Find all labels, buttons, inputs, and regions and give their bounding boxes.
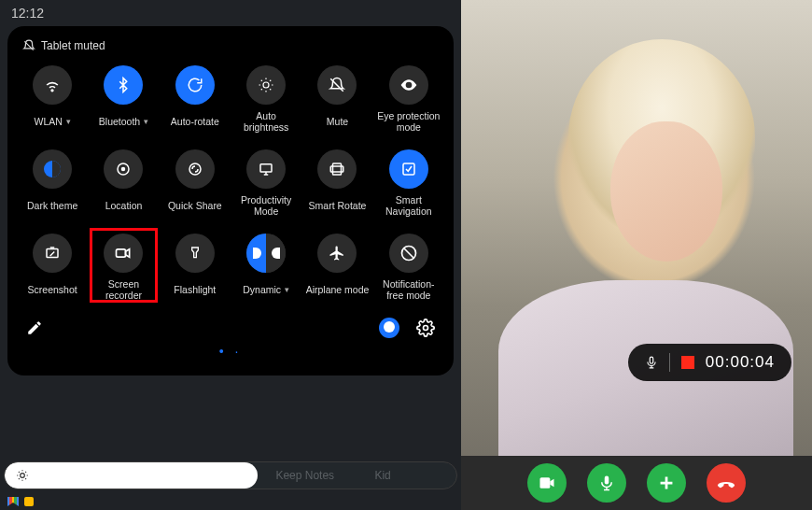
tile-location[interactable]: Location — [88, 149, 159, 217]
svg-point-5 — [122, 168, 125, 171]
edit-icon[interactable] — [26, 319, 43, 336]
recording-indicator[interactable]: 00:00:04 — [628, 344, 791, 381]
call-controls — [461, 456, 812, 510]
nav-strip — [0, 493, 461, 510]
tile-smartnavigation[interactable]: Smart Navigation — [373, 149, 444, 217]
chevron-down-icon[interactable]: ▾ — [144, 117, 148, 126]
tile-darktheme[interactable]: Dark theme — [17, 149, 88, 217]
svg-rect-8 — [333, 163, 342, 175]
record-stop-icon[interactable] — [681, 356, 694, 369]
tile-screenshot[interactable]: Screenshot — [17, 234, 88, 301]
toggle-mic-button[interactable] — [587, 463, 626, 503]
screenshot-icon — [44, 245, 61, 262]
bluetooth-icon — [115, 77, 132, 93]
tile-airplane[interactable]: Airplane mode — [301, 234, 372, 301]
settings-icon[interactable] — [416, 319, 435, 337]
gmail-icon[interactable] — [7, 497, 19, 506]
square-icon[interactable] — [24, 497, 34, 506]
tile-autorotate[interactable]: Auto-rotate — [160, 65, 231, 133]
flashlight-icon — [188, 245, 203, 262]
tile-productivity[interactable]: Productivity Mode — [231, 149, 301, 217]
sun-icon — [16, 469, 29, 482]
svg-point-6 — [189, 163, 201, 175]
tile-autobrightness[interactable]: Auto brightness — [231, 65, 301, 133]
videocam-icon — [114, 244, 133, 262]
svg-point-14 — [424, 326, 428, 331]
muted-label: Tablet muted — [41, 39, 105, 52]
svg-rect-17 — [605, 476, 609, 485]
brightness-auto-icon — [258, 77, 274, 93]
end-call-button[interactable] — [707, 463, 746, 503]
qs-card: Tablet muted WLAN▾ Bluetooth▾ Auto-rotat… — [7, 26, 454, 375]
dnd-icon — [399, 244, 418, 262]
eye-icon — [399, 76, 418, 94]
page-indicator: • · — [17, 338, 444, 359]
wifi-icon — [43, 76, 62, 94]
tile-quickshare[interactable]: Quick Share — [160, 149, 231, 217]
brightness-slider[interactable]: Keep Notes Kid — [0, 461, 461, 489]
tile-smartrotate[interactable]: Smart Rotate — [301, 149, 372, 217]
tile-flashlight[interactable]: Flashlight — [160, 234, 231, 301]
dolby-icon — [246, 234, 286, 273]
user-avatar-icon[interactable] — [379, 318, 399, 338]
muted-indicator: Tablet muted — [17, 37, 444, 62]
location-icon — [115, 161, 132, 177]
rotate-icon — [187, 77, 203, 93]
smartrotate-icon — [329, 161, 345, 177]
svg-point-2 — [407, 83, 410, 86]
darktheme-icon — [41, 158, 63, 180]
tile-eyeprotection[interactable]: Eye protection mode — [373, 65, 444, 133]
tile-screenrecorder[interactable]: Screen recorder — [88, 234, 159, 301]
svg-rect-16 — [24, 497, 34, 506]
monitor-icon — [258, 161, 274, 177]
status-bar: 12:12 — [0, 0, 461, 26]
qs-tiles-grid: WLAN▾ Bluetooth▾ Auto-rotate Auto bright… — [17, 62, 444, 308]
svg-point-15 — [21, 474, 25, 478]
ghost-text: Keep Notes Kid — [275, 469, 390, 482]
svg-rect-7 — [260, 164, 272, 172]
clock: 12:12 — [11, 6, 44, 21]
video-call-panel: 00:00:04 — [461, 0, 812, 510]
bell-off-icon — [22, 39, 35, 52]
tile-dynamic[interactable]: Dynamic▾ — [231, 234, 301, 301]
airplane-icon — [329, 245, 345, 262]
smartnav-icon — [400, 161, 417, 177]
recording-timer: 00:00:04 — [706, 353, 775, 372]
svg-point-1 — [263, 82, 269, 88]
bell-off-icon — [329, 77, 345, 93]
quick-settings-panel: 12:12 Tablet muted WLAN▾ Bluetooth▾ Auto… — [0, 0, 461, 510]
video-feed — [461, 0, 812, 510]
toggle-video-button[interactable] — [527, 463, 567, 503]
tile-bluetooth[interactable]: Bluetooth▾ — [88, 65, 159, 133]
mic-icon[interactable] — [645, 354, 658, 371]
chevron-down-icon[interactable]: ▾ — [66, 117, 71, 126]
tile-mute[interactable]: Mute — [301, 65, 372, 133]
chevron-down-icon[interactable]: ▾ — [285, 285, 289, 294]
quickshare-icon — [187, 161, 203, 177]
svg-point-0 — [51, 90, 53, 92]
qs-footer — [17, 308, 444, 338]
divider — [669, 353, 670, 372]
svg-rect-12 — [117, 249, 126, 257]
add-participant-button[interactable] — [647, 463, 686, 503]
tile-wlan[interactable]: WLAN▾ — [17, 65, 88, 133]
tile-notificationfree[interactable]: Notification-free mode — [373, 234, 444, 301]
